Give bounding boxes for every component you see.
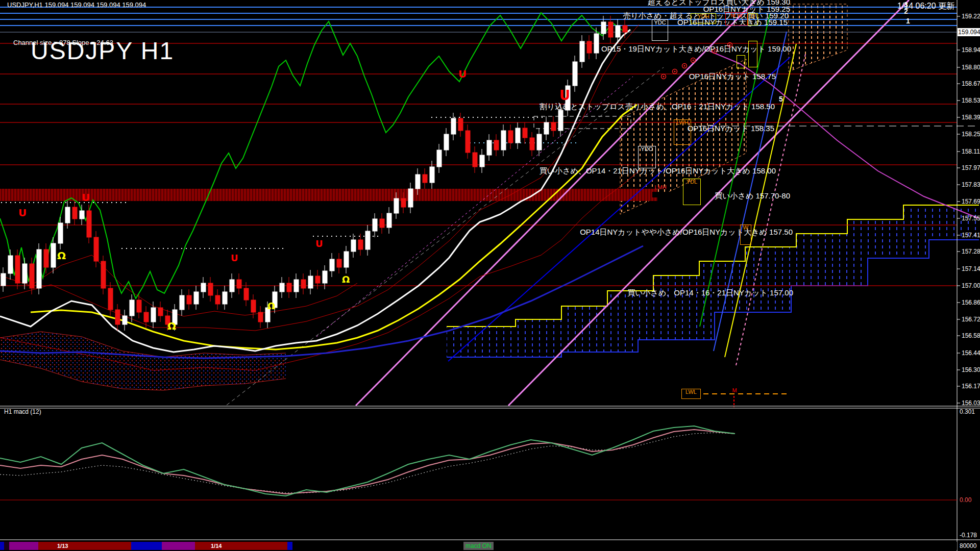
session-color-segment — [4, 542, 9, 550]
date-label: 1/14 — [211, 543, 222, 549]
candle-body — [258, 312, 263, 322]
candle-body — [87, 211, 91, 237]
candle-body — [358, 240, 363, 249]
macd-signal-line — [0, 430, 735, 494]
candle-body — [187, 295, 191, 304]
mid-ma-yellow — [31, 105, 637, 349]
candle-body — [387, 213, 391, 228]
candle-body — [1, 273, 6, 286]
candle-body — [458, 118, 463, 131]
candle-body — [537, 134, 542, 150]
candle-body — [580, 41, 584, 62]
axis-price-label: 156.585 — [962, 332, 980, 339]
level-box-lmh: LMH — [652, 185, 669, 191]
candle-body — [480, 155, 484, 167]
candle-body — [523, 128, 527, 138]
candle-body — [94, 237, 99, 261]
candle-body — [551, 122, 556, 131]
candle-body — [415, 174, 420, 189]
buy-arrow-marker: Ω — [167, 320, 176, 332]
candle-body — [501, 131, 506, 150]
candle-body — [430, 167, 434, 183]
level-box-ydh: YDH — [691, 13, 716, 23]
candle-body — [230, 280, 234, 292]
session-color-segment — [287, 542, 292, 550]
candle-body — [223, 292, 227, 304]
candle-body — [594, 34, 599, 53]
candle-body — [194, 292, 199, 304]
candle-body — [623, 26, 627, 32]
axis-price-label: 156.720 — [962, 316, 980, 323]
symbol-watermark: USDJPY H1 — [31, 37, 174, 65]
axis-price-label: 158.945 — [962, 46, 980, 54]
option-annotation: 買い小さめ、OP14・16・21日NYカット 157.00 — [627, 288, 793, 298]
candle-body — [15, 256, 20, 283]
candle-body — [337, 259, 341, 267]
lmh-marker-bar — [652, 192, 668, 197]
session-color-segment — [131, 542, 162, 550]
candle-body — [237, 280, 241, 288]
candle-body — [451, 118, 456, 134]
candle-body — [158, 308, 163, 316]
candle-body — [351, 240, 356, 252]
candle-body — [330, 259, 334, 271]
axis-price-label: 156.030 — [962, 399, 980, 407]
candle-body — [308, 276, 313, 288]
buy-arrow-marker: Ω — [267, 300, 275, 311]
count-number-label: 1 — [906, 17, 910, 25]
candle-body — [44, 249, 48, 267]
macd-toggle-button[interactable]: macd ON — [463, 542, 494, 550]
axis-price-label: 158.670 — [962, 80, 980, 87]
date-label: 1/13 — [57, 543, 68, 549]
candle-body — [587, 41, 592, 53]
candle-body — [508, 131, 513, 143]
level-box-lwh: LWH — [674, 119, 691, 145]
option-annotation: OP16日NYカット 158.35 — [688, 124, 774, 134]
candle-body — [294, 280, 299, 292]
option-annotation: 買い小さめ、OP14・21日NYカット/OP16日NYカット大きめ 158.00 — [540, 166, 776, 176]
candle-body — [516, 128, 520, 143]
axis-price-label: 157.975 — [962, 164, 980, 171]
candle-body — [58, 223, 63, 243]
sell-arrow-marker: U — [18, 207, 27, 219]
candle-body — [8, 256, 13, 273]
candle-body — [494, 140, 499, 150]
candle-body — [544, 122, 549, 134]
candle-body — [401, 198, 406, 207]
candle-body — [616, 26, 620, 37]
price-chart-canvas[interactable]: UUΩΩUΩUΩUU — [0, 0, 980, 551]
level-box-frame — [737, 55, 745, 68]
candle-body — [365, 231, 370, 249]
candle-body — [144, 312, 149, 322]
ichimoku-cloud-top-right — [789, 4, 847, 71]
axis-price-label: 158.110 — [962, 148, 980, 155]
axis-price-label: 157.415 — [962, 232, 980, 239]
axis-price-label: 156.860 — [962, 299, 980, 306]
candle-body — [280, 283, 284, 292]
current-price-tag: 159.094 — [958, 28, 980, 36]
buy-arrow-marker: Ω — [57, 249, 66, 262]
candle-body — [344, 252, 349, 267]
macd-indicator-label: H1 macd (12) — [4, 408, 41, 415]
axis-price-label: 158.530 — [962, 97, 980, 104]
level-box-frame — [748, 41, 757, 67]
option-annotation: OP16日NYカット 158.75 — [689, 72, 776, 82]
sell-arrow-marker: U — [458, 68, 467, 80]
candle-body — [608, 22, 613, 37]
axis-price-label: 159.225 — [962, 13, 980, 20]
option-annotation: 買い小さめ 157.70-80 — [715, 191, 790, 201]
candle-body — [558, 110, 563, 131]
candle-body — [51, 243, 56, 267]
macd-min-label: -0.178 — [960, 532, 977, 539]
candle-body — [180, 295, 184, 310]
candle-body — [30, 264, 34, 288]
candle-body — [122, 316, 127, 324]
session-color-segment — [38, 542, 131, 550]
candle-body — [115, 310, 120, 324]
candle-body — [530, 138, 534, 150]
candle-body — [251, 300, 256, 312]
macd-max-label: 0.301 — [960, 408, 975, 415]
candle-body — [108, 288, 113, 310]
candle-body — [380, 219, 384, 228]
axis-price-label: 158.805 — [962, 64, 980, 71]
